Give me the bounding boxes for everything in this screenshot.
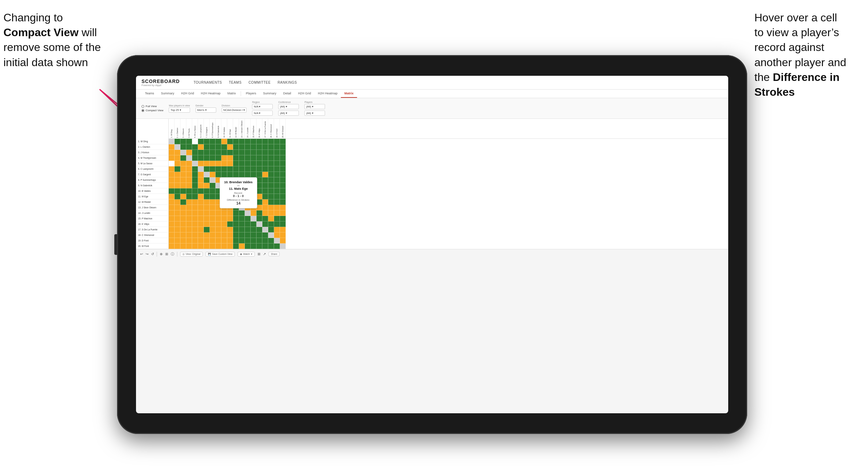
cell-20-19[interactable] — [274, 243, 280, 249]
cell-1-19[interactable] — [274, 139, 280, 144]
cell-15-1[interactable] — [169, 216, 175, 221]
cell-19-20[interactable] — [280, 238, 286, 243]
cell-1-9[interactable] — [216, 139, 221, 144]
cell-8-20[interactable] — [280, 177, 286, 183]
cell-15-12[interactable] — [233, 216, 239, 221]
cell-3-14[interactable] — [245, 150, 251, 155]
cell-19-9[interactable] — [216, 238, 221, 243]
cell-7-4[interactable] — [186, 172, 192, 177]
cell-2-8[interactable] — [210, 144, 216, 150]
division-select[interactable]: NCAA Division I ▾ — [222, 107, 247, 113]
cell-10-1[interactable] — [169, 188, 175, 194]
cell-8-2[interactable] — [175, 177, 180, 183]
cell-18-12[interactable] — [233, 232, 239, 238]
cell-14-2[interactable] — [175, 210, 180, 216]
cell-13-16[interactable] — [257, 205, 262, 210]
cell-17-10[interactable] — [221, 227, 227, 232]
cell-15-19[interactable] — [274, 216, 280, 221]
cell-11-1[interactable] — [169, 194, 175, 199]
cell-1-16[interactable] — [257, 139, 262, 144]
tab-players[interactable]: Players — [242, 90, 260, 98]
cell-17-17[interactable] — [262, 227, 268, 232]
tab-summary1[interactable]: Summary — [158, 90, 178, 98]
cell-4-3[interactable] — [180, 155, 186, 161]
cell-2-7[interactable] — [204, 144, 210, 150]
watch-btn[interactable]: ◉ Watch ▾ — [238, 252, 255, 257]
cell-20-6[interactable] — [198, 243, 204, 249]
cell-15-14[interactable] — [245, 216, 251, 221]
cell-9-1[interactable] — [169, 183, 175, 188]
cell-12-16[interactable] — [257, 199, 262, 205]
cell-1-4[interactable] — [186, 139, 192, 144]
cell-5-15[interactable] — [251, 161, 257, 166]
cell-3-1[interactable] — [169, 150, 175, 155]
cell-16-16[interactable] — [257, 221, 262, 227]
cell-2-18[interactable] — [268, 144, 274, 150]
nav-tournaments[interactable]: TOURNAMENTS — [194, 80, 222, 85]
cell-3-9[interactable] — [216, 150, 221, 155]
cell-7-18[interactable] — [268, 172, 274, 177]
cell-4-17[interactable] — [262, 155, 268, 161]
cell-2-16[interactable] — [257, 144, 262, 150]
cell-7-13[interactable] — [239, 172, 245, 177]
cell-18-5[interactable] — [192, 232, 198, 238]
cell-16-11[interactable] — [227, 221, 233, 227]
cell-3-19[interactable] — [274, 150, 280, 155]
cell-6-5[interactable] — [192, 166, 198, 172]
cell-16-15[interactable] — [251, 221, 257, 227]
cell-2-3[interactable] — [180, 144, 186, 150]
cell-17-11[interactable] — [227, 227, 233, 232]
cell-5-18[interactable] — [268, 161, 274, 166]
cell-9-3[interactable] — [180, 183, 186, 188]
cell-17-1[interactable] — [169, 227, 175, 232]
cell-16-8[interactable] — [210, 221, 216, 227]
cell-6-12[interactable] — [233, 166, 239, 172]
cell-7-9[interactable] — [216, 172, 221, 177]
cell-16-19[interactable] — [274, 221, 280, 227]
cell-19-16[interactable] — [257, 238, 262, 243]
cell-15-9[interactable] — [216, 216, 221, 221]
cell-7-3[interactable] — [180, 172, 186, 177]
cell-12-20[interactable] — [280, 199, 286, 205]
cell-5-10[interactable] — [221, 161, 227, 166]
tab-summary2[interactable]: Summary — [260, 90, 280, 98]
cell-18-2[interactable] — [175, 232, 180, 238]
cell-19-13[interactable] — [239, 238, 245, 243]
cell-20-8[interactable] — [210, 243, 216, 249]
cell-14-9[interactable] — [216, 210, 221, 216]
nav-teams[interactable]: TEAMS — [229, 80, 242, 85]
cell-20-15[interactable] — [251, 243, 257, 249]
settings-icon[interactable]: ⊞ — [165, 252, 168, 256]
cell-18-17[interactable] — [262, 232, 268, 238]
cell-3-2[interactable] — [175, 150, 180, 155]
cell-20-10[interactable] — [221, 243, 227, 249]
cell-20-13[interactable] — [239, 243, 245, 249]
region-select2[interactable]: N/A ▾ — [252, 111, 273, 116]
cell-16-12[interactable] — [233, 221, 239, 227]
cell-19-19[interactable] — [274, 238, 280, 243]
cell-5-4[interactable] — [186, 161, 192, 166]
cell-16-9[interactable] — [216, 221, 221, 227]
cell-10-7[interactable] — [204, 188, 210, 194]
cell-3-18[interactable] — [268, 150, 274, 155]
cell-11-4[interactable] — [186, 194, 192, 199]
cell-3-20[interactable] — [280, 150, 286, 155]
cell-16-3[interactable] — [180, 221, 186, 227]
cell-20-2[interactable] — [175, 243, 180, 249]
cell-18-19[interactable] — [274, 232, 280, 238]
cell-1-3[interactable] — [180, 139, 186, 144]
cell-18-8[interactable] — [210, 232, 216, 238]
cell-19-3[interactable] — [180, 238, 186, 243]
cell-5-20[interactable] — [280, 161, 286, 166]
cell-7-15[interactable] — [251, 172, 257, 177]
cell-19-10[interactable] — [221, 238, 227, 243]
cell-14-3[interactable] — [180, 210, 186, 216]
cell-19-17[interactable] — [262, 238, 268, 243]
cell-17-18[interactable] — [268, 227, 274, 232]
cell-20-1[interactable] — [169, 243, 175, 249]
cell-2-20[interactable] — [280, 144, 286, 150]
cell-12-3[interactable] — [180, 199, 186, 205]
cell-6-17[interactable] — [262, 166, 268, 172]
cell-14-17[interactable] — [262, 210, 268, 216]
tab-teams[interactable]: Teams — [142, 90, 158, 98]
